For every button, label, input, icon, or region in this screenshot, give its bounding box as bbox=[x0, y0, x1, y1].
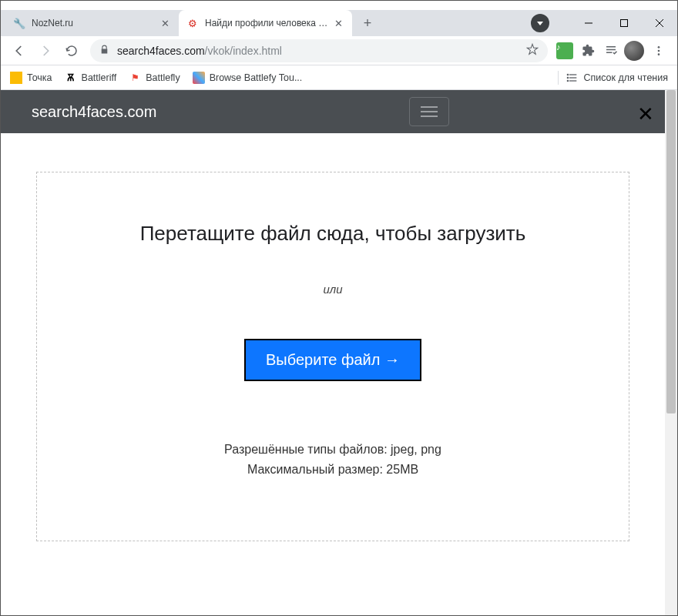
extension-music-icon[interactable]: ♪ bbox=[554, 40, 576, 62]
svg-point-9 bbox=[658, 53, 660, 55]
tab-search4faces[interactable]: ⚙ Найди профили человека в соц ✕ bbox=[179, 10, 352, 36]
bookmark-label: Battlefly bbox=[146, 72, 180, 83]
close-icon[interactable]: ✕ bbox=[332, 17, 344, 29]
svg-point-8 bbox=[658, 49, 660, 52]
list-icon bbox=[566, 72, 579, 84]
svg-rect-1 bbox=[621, 20, 628, 27]
hamburger-menu-button[interactable] bbox=[409, 97, 449, 126]
site-header: search4faces.com bbox=[1, 90, 665, 133]
reading-list-button[interactable]: Список для чтения bbox=[566, 72, 668, 84]
upload-info: Разрешённые типы файлов: jpeg, png Макси… bbox=[52, 440, 613, 479]
bookmark-battlefly[interactable]: ⚑ Battlefly bbox=[129, 72, 180, 84]
bookmark-label: Browse Battlefy Tou... bbox=[210, 72, 303, 83]
reading-list-icon[interactable] bbox=[600, 40, 622, 62]
bookmarks-bar: Точка Ѫ Battleriff ⚑ Battlefly Browse Ba… bbox=[1, 65, 677, 90]
gear-icon: ⚙ bbox=[186, 17, 199, 29]
wrench-icon: 🔧 bbox=[13, 17, 25, 29]
bookmark-battleriff[interactable]: Ѫ Battleriff bbox=[65, 72, 117, 84]
upload-heading: Перетащите файл сюда, чтобы загрузить bbox=[52, 222, 613, 246]
back-button[interactable] bbox=[7, 38, 32, 63]
tab-title: Найди профили человека в соц bbox=[205, 18, 329, 28]
folder-icon bbox=[10, 72, 22, 84]
menu-button[interactable] bbox=[646, 38, 671, 63]
profile-avatar[interactable] bbox=[623, 40, 645, 62]
svg-point-7 bbox=[658, 46, 660, 49]
tab-noznet[interactable]: 🔧 NozNet.ru ✕ bbox=[5, 10, 179, 36]
bookmark-star-icon[interactable] bbox=[526, 43, 539, 58]
media-indicator-icon[interactable] bbox=[531, 14, 549, 32]
toolbar: search4faces.com/vkok/index.html ♪ bbox=[1, 36, 677, 65]
site-icon: Ѫ bbox=[65, 72, 77, 84]
scrollbar[interactable] bbox=[665, 90, 677, 616]
reading-list-label: Список для чтения bbox=[583, 72, 668, 83]
close-window-button[interactable] bbox=[642, 10, 677, 36]
url-domain: search4faces.com bbox=[117, 45, 205, 57]
url-path: /vkok/index.html bbox=[205, 45, 282, 57]
allowed-types-text: Разрешённые типы файлов: jpeg, png bbox=[52, 440, 613, 460]
close-icon[interactable]: ✕ bbox=[637, 102, 654, 126]
forward-button[interactable] bbox=[33, 38, 58, 63]
site-icon bbox=[193, 72, 205, 84]
lock-icon bbox=[99, 45, 109, 57]
tab-strip: 🔧 NozNet.ru ✕ ⚙ Найди профили человека в… bbox=[1, 10, 677, 36]
scroll-thumb[interactable] bbox=[666, 90, 676, 413]
bookmark-battlefy[interactable]: Browse Battlefy Tou... bbox=[193, 72, 303, 84]
tab-title: NozNet.ru bbox=[32, 18, 156, 28]
upload-or-text: или bbox=[52, 283, 613, 296]
window-titlebar bbox=[1, 1, 677, 10]
separator bbox=[558, 71, 559, 85]
window-controls bbox=[571, 10, 677, 36]
bookmark-label: Battleriff bbox=[82, 72, 117, 83]
close-icon[interactable]: ✕ bbox=[159, 17, 171, 29]
flag-icon: ⚑ bbox=[129, 72, 141, 84]
extensions-icon[interactable] bbox=[577, 40, 599, 62]
choose-file-button[interactable]: Выберите файл → bbox=[244, 339, 421, 381]
maximize-button[interactable] bbox=[606, 10, 642, 36]
new-tab-button[interactable]: + bbox=[357, 12, 378, 34]
page-viewport: search4faces.com ✕ Перетащите файл сюда,… bbox=[1, 90, 677, 616]
main-content: Перетащите файл сюда, чтобы загрузить ил… bbox=[1, 133, 665, 580]
svg-point-14 bbox=[568, 77, 569, 78]
bookmark-tochka[interactable]: Точка bbox=[10, 72, 52, 84]
svg-point-13 bbox=[568, 74, 569, 75]
minimize-button[interactable] bbox=[571, 10, 606, 36]
upload-dropzone[interactable]: Перетащите файл сюда, чтобы загрузить ил… bbox=[36, 172, 629, 541]
max-size-text: Максимальный размер: 25MB bbox=[52, 460, 613, 480]
reload-button[interactable] bbox=[59, 38, 84, 63]
svg-point-15 bbox=[568, 80, 569, 81]
bookmark-label: Точка bbox=[27, 72, 52, 83]
site-brand[interactable]: search4faces.com bbox=[32, 103, 156, 121]
address-bar[interactable]: search4faces.com/vkok/index.html bbox=[90, 39, 548, 62]
